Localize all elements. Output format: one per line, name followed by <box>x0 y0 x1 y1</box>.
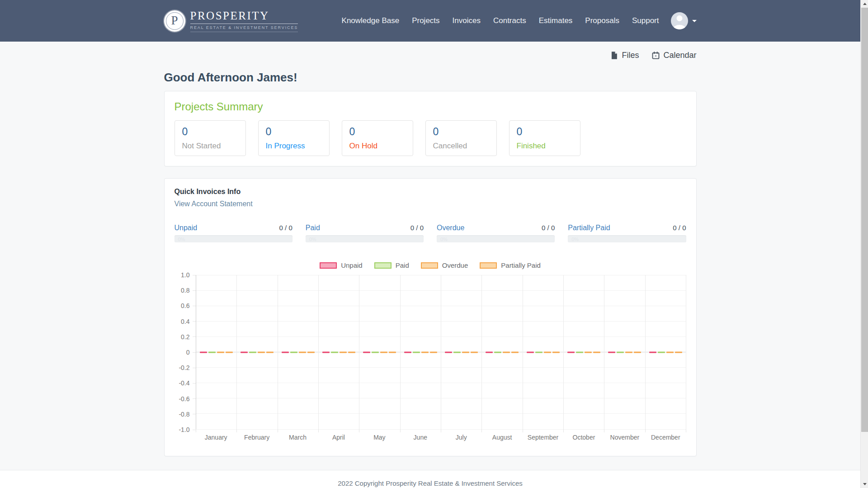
zero-bar <box>208 351 216 353</box>
zero-bar <box>430 351 437 353</box>
brand-name: PROSPERITY <box>190 9 298 24</box>
progress-label: Unpaid <box>175 224 198 232</box>
zero-bar <box>535 351 542 353</box>
brand-tagline: REAL ESTATE & INVESTMENT SERVICES <box>190 24 298 32</box>
zero-bar <box>445 351 452 353</box>
legend-swatch <box>320 262 337 269</box>
files-link[interactable]: Files <box>610 51 639 60</box>
progress-overdue: Overdue 0 / 0 0% <box>437 224 555 242</box>
stat-finished[interactable]: 0 Finished <box>509 120 580 156</box>
chart-x-axis: JanuaryFebruaryMarchAprilMayJuneJulyAugu… <box>196 430 686 443</box>
nav-support[interactable]: Support <box>626 13 665 29</box>
top-navbar: P PROSPERITY REAL ESTATE & INVESTMENT SE… <box>0 0 860 42</box>
zero-bar-group <box>604 351 645 353</box>
nav-contracts[interactable]: Contracts <box>487 13 533 29</box>
progress-bar: 0% <box>175 235 292 242</box>
progress-count: 0 / 0 <box>673 224 686 232</box>
stat-not-started[interactable]: 0 Not Started <box>175 120 246 156</box>
vertical-scrollbar[interactable] <box>860 0 868 488</box>
nav-estimates[interactable]: Estimates <box>533 13 579 29</box>
zero-bar <box>503 351 510 353</box>
scrollbar-down-arrow[interactable] <box>861 480 868 488</box>
zero-bar <box>258 351 265 353</box>
zero-bar <box>511 351 519 353</box>
zero-bar <box>389 351 396 353</box>
zero-bar-group <box>237 351 278 353</box>
zero-bar-group <box>400 351 441 353</box>
progress-partially-paid: Partially Paid 0 / 0 0% <box>568 224 686 242</box>
x-tick-label: June <box>414 434 427 441</box>
progress-count: 0 / 0 <box>410 224 424 232</box>
invoice-progress-row: Unpaid 0 / 0 0% Paid 0 / 0 0% Overdue 0 <box>175 224 686 242</box>
user-menu[interactable] <box>671 12 697 29</box>
axis-tick <box>193 368 196 368</box>
zero-bar <box>666 351 674 353</box>
chart-plot <box>196 275 686 430</box>
zero-bar <box>372 351 379 353</box>
quick-invoices-title: Quick Invoices Info <box>175 188 686 196</box>
nav-invoices[interactable]: Invoices <box>446 13 487 29</box>
progress-paid: Paid 0 / 0 0% <box>306 224 424 242</box>
x-tick-label: May <box>373 434 385 441</box>
stat-value: 0 <box>182 127 238 137</box>
zero-bar <box>576 351 583 353</box>
stat-cancelled[interactable]: 0 Cancelled <box>425 120 497 156</box>
progress-count: 0 / 0 <box>542 224 555 232</box>
y-tick-label: -1.0 <box>179 426 189 433</box>
nav-projects[interactable]: Projects <box>406 13 446 29</box>
avatar-silhouette-icon <box>676 15 682 21</box>
chevron-down-icon <box>692 20 697 22</box>
progress-unpaid: Unpaid 0 / 0 0% <box>175 224 292 242</box>
zero-bar-group <box>564 351 604 353</box>
brand-monogram-letter: P <box>166 12 184 30</box>
stat-label: In Progress <box>266 142 322 151</box>
stat-value: 0 <box>433 127 489 137</box>
legend-item-unpaid[interactable]: Unpaid <box>320 261 363 269</box>
legend-label: Paid <box>396 261 409 269</box>
axis-tick <box>193 306 196 306</box>
nav-proposals[interactable]: Proposals <box>579 13 626 29</box>
zero-bar-group <box>278 351 318 353</box>
quick-links: Files Calendar <box>164 51 697 60</box>
legend-item-paid[interactable]: Paid <box>374 261 409 269</box>
x-tick-label: July <box>456 434 467 441</box>
main-content: Files Calendar Good Afternoon James! Pro… <box>164 42 697 456</box>
brand-logo[interactable]: P PROSPERITY REAL ESTATE & INVESTMENT SE… <box>164 9 298 32</box>
project-stats-row: 0 Not Started 0 In Progress 0 On Hold 0 … <box>175 120 686 156</box>
view-account-statement-link[interactable]: View Account Statement <box>175 200 253 208</box>
copyright-text: 2022 Copyright Prosperity Real Estate & … <box>338 479 523 487</box>
zero-bar-group <box>319 351 359 353</box>
axis-tick <box>193 275 196 275</box>
zero-bar <box>658 351 665 353</box>
y-tick-label: 0 <box>186 349 190 356</box>
zero-bar <box>552 351 560 353</box>
zero-bar <box>241 351 248 353</box>
zero-bar <box>363 351 370 353</box>
zero-bar <box>421 351 429 353</box>
zero-bar <box>266 351 274 353</box>
legend-item-partially-paid[interactable]: Partially Paid <box>480 261 541 269</box>
legend-swatch <box>480 262 497 269</box>
footer: 2022 Copyright Prosperity Real Estate & … <box>0 470 860 488</box>
stat-on-hold[interactable]: 0 On Hold <box>342 120 413 156</box>
axis-tick <box>193 383 196 384</box>
legend-item-overdue[interactable]: Overdue <box>421 261 468 269</box>
progress-label: Paid <box>306 224 320 232</box>
calendar-link[interactable]: Calendar <box>651 51 696 60</box>
y-tick-label: 1.0 <box>181 271 189 279</box>
nav-knowledge-base[interactable]: Knowledge Base <box>335 13 406 29</box>
zero-bar <box>380 351 387 353</box>
legend-swatch <box>374 262 392 269</box>
scrollbar-thumb[interactable] <box>861 8 868 432</box>
progress-bar: 0% <box>437 235 555 242</box>
stat-in-progress[interactable]: 0 In Progress <box>258 120 330 156</box>
zero-bar <box>348 351 355 353</box>
axis-tick <box>193 290 196 291</box>
axis-tick <box>193 414 196 414</box>
zero-bar <box>331 351 338 353</box>
scrollbar-up-arrow[interactable] <box>861 0 868 8</box>
invoices-chart: UnpaidPaidOverduePartially Paid 1.00.80.… <box>175 261 686 443</box>
x-tick-label: September <box>528 434 558 441</box>
stat-value: 0 <box>517 127 573 137</box>
zero-bar <box>649 351 656 353</box>
